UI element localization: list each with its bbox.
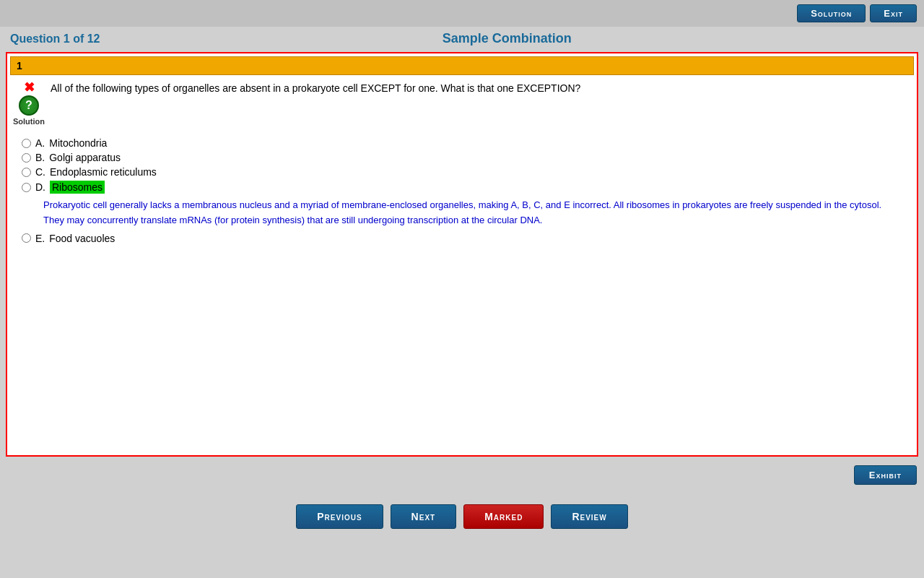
radio-a[interactable] (22, 139, 31, 148)
header-row: Question 1 of 12 Sample Combination (0, 27, 924, 51)
sample-title: Sample Combination (100, 31, 914, 46)
main-content: 1 ✖ ? Solution All of the following type… (6, 52, 918, 457)
solution-icon-label: Solution (13, 117, 45, 126)
help-icon[interactable]: ? (19, 95, 39, 116)
next-button[interactable]: Next (391, 504, 457, 529)
review-button[interactable]: Review (551, 504, 627, 529)
exhibit-row: Exhibit (0, 458, 924, 485)
nav-row: Previous Next Marked Review (0, 497, 924, 536)
exhibit-button[interactable]: Exhibit (854, 465, 917, 485)
label-e: E. (35, 233, 45, 244)
text-e: Food vacuoles (49, 233, 115, 244)
label-a: A. (35, 137, 45, 149)
question-body: ✖ ? Solution All of the following types … (7, 75, 917, 131)
top-bar: Solution Exit (0, 0, 924, 27)
label-c: C. (35, 166, 45, 178)
text-c: Endoplasmic reticulums (50, 166, 157, 178)
text-b: Golgi apparatus (49, 152, 121, 163)
exit-button[interactable]: Exit (870, 4, 917, 22)
question-number: 1 (17, 60, 22, 72)
label-b: B. (35, 152, 45, 163)
answer-row-c: C. Endoplasmic reticulums (22, 166, 908, 178)
radio-c[interactable] (22, 168, 31, 177)
previous-button[interactable]: Previous (296, 504, 383, 529)
solution-button[interactable]: Solution (797, 4, 866, 22)
answer-row-d: D. Ribosomes (22, 181, 908, 194)
answer-row-e: E. Food vacuoles (22, 233, 908, 244)
radio-b[interactable] (22, 153, 31, 163)
question-label: Question 1 of 12 (10, 33, 100, 46)
explanation-box: Prokaryotic cell generally lacks a membr… (43, 198, 894, 228)
label-d: D. (35, 181, 45, 193)
answer-row-b: B. Golgi apparatus (22, 152, 908, 163)
radio-d[interactable] (22, 183, 31, 192)
x-mark-icon: ✖ (24, 81, 35, 94)
radio-e[interactable] (22, 233, 31, 243)
marked-button[interactable]: Marked (463, 504, 544, 529)
answer-row-a: A. Mitochondria (22, 137, 908, 149)
text-a: Mitochondria (49, 137, 107, 149)
question-text: All of the following types of organelles… (51, 81, 580, 96)
text-d: Ribosomes (50, 181, 105, 194)
answer-choices: A. Mitochondria B. Golgi apparatus C. En… (7, 131, 917, 250)
question-number-bar: 1 (10, 56, 914, 75)
bottom-area: Exhibit Previous Next Marked Review (0, 458, 924, 536)
solution-icon-area: ✖ ? Solution (13, 81, 45, 126)
